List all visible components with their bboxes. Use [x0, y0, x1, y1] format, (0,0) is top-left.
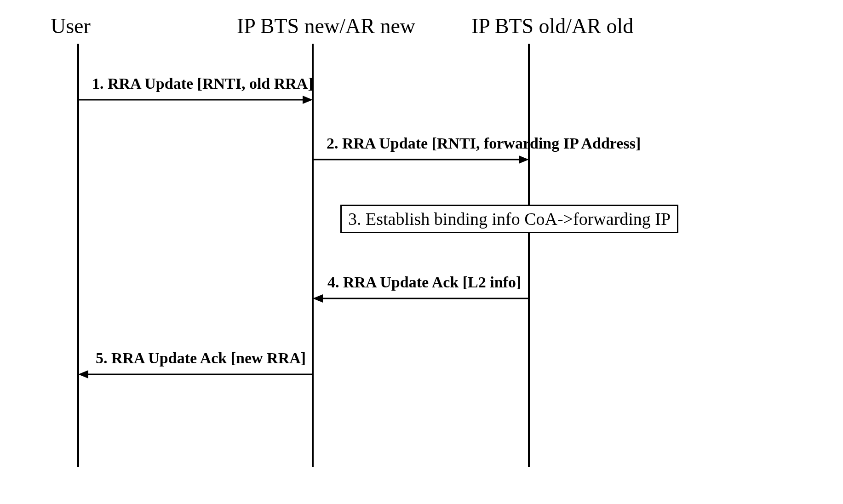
sequence-diagram: User IP BTS new/AR new IP BTS old/AR old…	[0, 0, 843, 504]
arrow-message-5	[77, 369, 314, 383]
svg-marker-5	[313, 294, 323, 303]
message-3-box: 3. Establish binding info CoA->forwardin…	[340, 205, 678, 233]
message-2-label: 2. RRA Update [RNTI, forwarding IP Addre…	[327, 135, 641, 152]
arrow-message-2	[312, 154, 530, 168]
message-4-label: 4. RRA Update Ack [L2 info]	[327, 274, 521, 291]
participant-user: User	[51, 14, 91, 38]
participant-old: IP BTS old/AR old	[471, 14, 633, 38]
participant-new: IP BTS new/AR new	[237, 14, 415, 38]
svg-marker-3	[519, 155, 529, 164]
svg-marker-7	[78, 370, 88, 378]
arrow-message-1	[77, 94, 314, 108]
message-5-label: 5. RRA Update Ack [new RRA]	[96, 349, 306, 367]
message-1-label: 1. RRA Update [RNTI, old RRA]	[92, 75, 313, 92]
lifeline-old	[528, 44, 530, 467]
arrow-message-4	[312, 293, 530, 307]
svg-marker-1	[303, 96, 313, 104]
